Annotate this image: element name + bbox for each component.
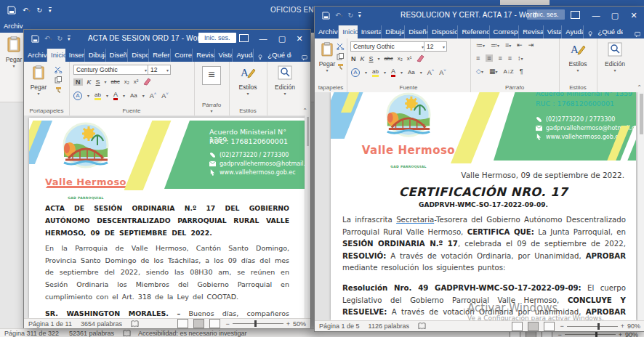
subscript-button[interactable]: x₂ [124,78,129,85]
line-spacing-button[interactable]: ↕▾ [518,54,523,62]
customize-qat-icon[interactable]: ▾ [358,12,361,18]
subscript-button[interactable]: x₂ [398,55,403,62]
text-effects-button[interactable]: A [351,68,360,77]
save-icon[interactable] [7,6,16,15]
tell-me-box[interactable]: ¿Qué des [594,25,622,38]
strikethrough-button[interactable]: abc [111,78,120,85]
right-signin-button[interactable]: Inic. ses. [527,9,565,20]
font-name-select[interactable]: Century Gothic▾ [350,41,426,52]
collapse-ribbon-icon[interactable]: ⌃ [302,107,307,114]
tab-disposicion[interactable]: Disposició [428,25,458,38]
tab-referencias[interactable]: Referencia [458,25,489,38]
left-word-count[interactable]: 3654 palabras [81,320,122,328]
left-document-area[interactable]: Valle Hermoso GAD PARROQUIAL Acuerdo Min… [24,115,310,318]
superscript-button[interactable]: x² [134,78,139,85]
tell-me-lightbulb-icon[interactable] [258,53,262,62]
copy-icon[interactable] [55,76,63,84]
paste-button[interactable]: Pegar▾ [26,65,51,96]
bullets-button[interactable]: ≔▾ [476,41,485,49]
decrease-indent-button[interactable]: ⇤ [517,41,523,49]
tab-correspondencia[interactable]: Corres [171,49,193,62]
tab-disposicion[interactable]: Dispo: [128,49,149,62]
bold-button[interactable]: N [73,78,83,86]
format-painter-icon[interactable] [55,86,63,94]
proofing-icon[interactable] [418,322,426,330]
shrink-font-button[interactable]: A˅ [439,68,446,76]
paste-button[interactable]: Pegar▾ [315,42,339,73]
bold-button[interactable]: N [351,55,356,62]
tab-correspondencia[interactable]: Correspor [490,25,520,38]
ribbon-display-options-icon[interactable] [239,34,249,42]
print-layout-icon[interactable] [193,319,204,328]
collapse-ribbon-icon[interactable]: ⌃ [637,84,642,91]
zoom-slider[interactable] [565,334,616,335]
right-vertical-scrollbar[interactable] [637,92,644,320]
highlight-button[interactable]: ab [372,68,379,77]
clear-formatting-icon[interactable] [416,54,424,62]
print-layout-icon[interactable] [528,322,539,331]
zoom-in-button[interactable]: + [286,320,290,328]
tab-archivo[interactable]: Archivo [24,49,47,62]
underline-button[interactable]: S [369,55,374,62]
tab-revisar[interactable]: Revisa [193,49,214,62]
grow-font-button[interactable]: A˄ [150,92,157,100]
left-zoom-level[interactable]: 50% [293,320,306,328]
right-page-indicator[interactable]: Página 1 de 5 [319,322,360,330]
shading-button[interactable]: ◇▾ [476,68,483,75]
save-icon[interactable] [31,35,39,43]
tab-vista[interactable]: Vista [215,49,233,62]
grow-font-button[interactable]: A˄ [427,68,435,76]
tab-inicio[interactable]: Inicio [339,25,358,38]
editing-button[interactable]: Edición▾ [273,65,297,96]
align-left-button[interactable]: ≡ [476,54,480,62]
tab-insertar[interactable]: Insert [65,49,85,62]
background-accessibility[interactable]: Accesibilidad: es necesario investigar [138,330,247,337]
left-document-page[interactable]: Valle Hermoso GAD PARROQUIAL Acuerdo Min… [29,118,305,318]
right-word-count[interactable]: 1126 palabras [369,322,409,330]
zoom-slider[interactable] [567,326,618,327]
save-icon[interactable] [322,12,330,20]
left-vertical-scrollbar[interactable] [305,115,310,318]
editing-button[interactable]: Edición▾ [603,42,627,73]
zoom-in-button[interactable]: + [621,322,624,330]
redo-icon[interactable]: ↻ [57,35,63,42]
tab-diseno[interactable]: Diseño [405,25,428,38]
cut-icon[interactable] [337,43,345,50]
background-word-count[interactable]: 52361 palabras [69,330,114,337]
proofing-icon[interactable] [131,320,139,328]
redo-icon[interactable]: ↻ [37,7,43,14]
tell-me-box[interactable]: ¿Qué des [264,49,291,62]
zoom-out-button[interactable]: − [560,322,563,330]
tab-insertar[interactable]: Insertar [358,25,382,38]
multilevel-list-button[interactable]: ≡▾ [505,41,511,49]
zoom-slider[interactable] [233,323,283,324]
zoom-out-button[interactable]: − [225,320,229,328]
ribbon-display-options-icon[interactable] [571,11,580,19]
right-zoom-level[interactable]: 90% [627,322,640,330]
font-color-button[interactable]: A [113,91,118,100]
tab-dibujar[interactable]: Dibujar [382,25,405,38]
close-button[interactable]: ✕ [289,30,310,47]
paste-button-background[interactable]: Pegar ▾ [1,36,26,68]
copy-icon[interactable] [337,53,345,60]
cut-icon[interactable] [55,66,63,73]
right-document-page[interactable]: Valle Hermoso GAD PARROQUIAL Acuerdo Min… [331,92,636,320]
web-layout-icon[interactable] [209,319,220,328]
read-mode-icon[interactable] [512,322,523,331]
tab-referencias[interactable]: Refere [149,49,171,62]
format-painter-icon[interactable] [337,63,345,70]
customize-qat-icon[interactable]: ▾ [49,7,52,14]
align-center-button[interactable]: ≡ [486,54,492,62]
tab-diseno[interactable]: Diseño [106,49,129,62]
tab-vista[interactable]: Vista [544,25,563,38]
tab-revisar[interactable]: Revisar [519,25,544,38]
tab-ayuda[interactable]: Ayuda [562,25,584,38]
font-name-select[interactable]: Century Gothic▾ [73,65,149,75]
styles-button[interactable]: A Estilos▾ [236,65,260,96]
web-layout-icon[interactable] [544,322,555,331]
comments-icon[interactable] [302,54,307,62]
superscript-button[interactable]: x¹ [407,55,412,62]
highlight-button[interactable]: ab [94,92,101,100]
left-page-indicator[interactable]: Página 1 de 11 [28,320,72,328]
customize-qat-icon[interactable]: ▾ [68,36,71,41]
